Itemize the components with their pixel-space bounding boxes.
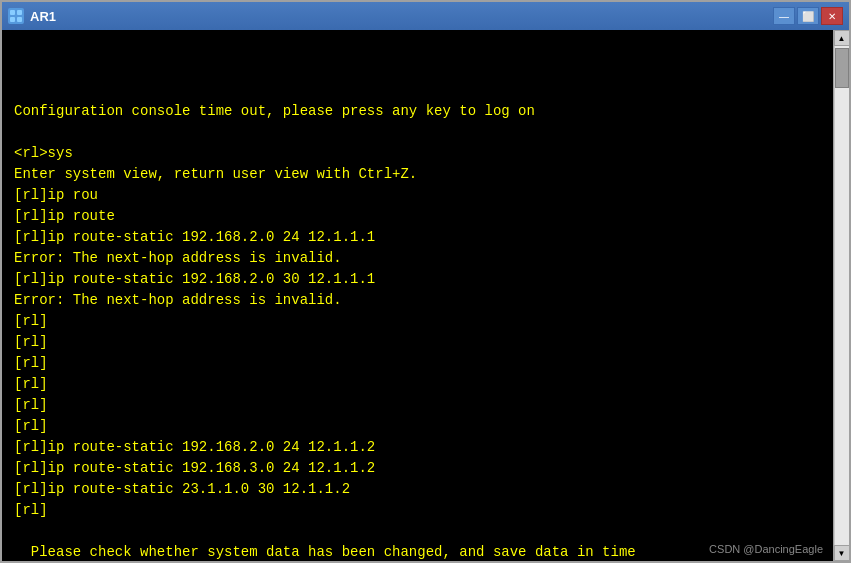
terminal-line: [rl] [14, 374, 821, 395]
scrollbar[interactable]: ▲ ▼ [833, 30, 849, 561]
terminal-line: [rl] [14, 353, 821, 374]
terminal-line: Configuration console time out, please p… [14, 101, 821, 122]
terminal-line: Error: The next-hop address is invalid. [14, 290, 821, 311]
content-area: Configuration console time out, please p… [2, 30, 849, 561]
svg-rect-0 [10, 10, 15, 15]
terminal-line: [rl]ip rou [14, 185, 821, 206]
terminal-line: [rl] [14, 395, 821, 416]
terminal-line: [rl] [14, 416, 821, 437]
terminal-line: [rl]ip route-static 192.168.2.0 30 12.1.… [14, 269, 821, 290]
scroll-track [835, 46, 849, 545]
terminal-line [14, 122, 821, 143]
watermark: CSDN @DancingEagle [709, 543, 823, 555]
terminal[interactable]: Configuration console time out, please p… [2, 30, 833, 561]
terminal-line: Please check whether system data has bee… [14, 542, 821, 561]
window: AR1 — ⬜ ✕ Configuration console time out… [0, 0, 851, 563]
terminal-line: <rl>sys [14, 143, 821, 164]
svg-rect-1 [17, 10, 22, 15]
terminal-line: [rl]ip route-static 192.168.2.0 24 12.1.… [14, 437, 821, 458]
close-button[interactable]: ✕ [821, 7, 843, 25]
scroll-thumb[interactable] [835, 48, 849, 88]
terminal-line: [rl] [14, 311, 821, 332]
app-icon [8, 8, 24, 24]
minimize-button[interactable]: — [773, 7, 795, 25]
title-bar: AR1 — ⬜ ✕ [2, 2, 849, 30]
title-bar-controls: — ⬜ ✕ [773, 7, 843, 25]
terminal-line: [rl]ip route-static 192.168.2.0 24 12.1.… [14, 227, 821, 248]
restore-button[interactable]: ⬜ [797, 7, 819, 25]
terminal-line: [rl] [14, 500, 821, 521]
scroll-up-button[interactable]: ▲ [834, 30, 850, 46]
scroll-down-button[interactable]: ▼ [834, 545, 850, 561]
svg-rect-3 [17, 17, 22, 22]
title-bar-left: AR1 [8, 8, 56, 24]
terminal-line [14, 521, 821, 542]
terminal-line: [rl]ip route [14, 206, 821, 227]
window-title: AR1 [30, 9, 56, 24]
terminal-line [14, 80, 821, 101]
terminal-line: [rl]ip route-static 192.168.3.0 24 12.1.… [14, 458, 821, 479]
svg-rect-2 [10, 17, 15, 22]
terminal-line: Error: The next-hop address is invalid. [14, 248, 821, 269]
terminal-line: [rl] [14, 332, 821, 353]
terminal-line: [rl]ip route-static 23.1.1.0 30 12.1.1.2 [14, 479, 821, 500]
terminal-line: Enter system view, return user view with… [14, 164, 821, 185]
